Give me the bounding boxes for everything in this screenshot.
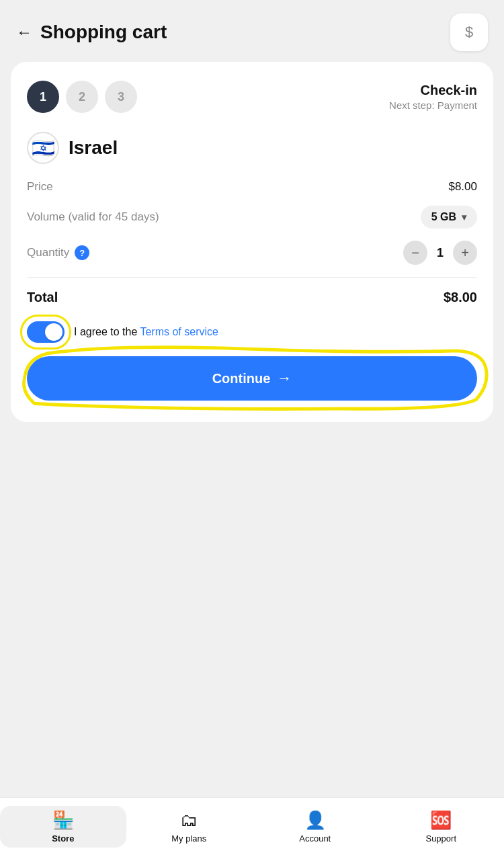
toggle-thumb <box>45 323 62 341</box>
nav-item-support[interactable]: 🆘 Support <box>378 806 505 848</box>
arrow-right-icon: → <box>277 370 292 387</box>
support-icon: 🆘 <box>430 810 452 831</box>
nav-label-account: Account <box>299 833 331 844</box>
continue-button[interactable]: Continue → <box>27 356 477 401</box>
step-2-circle: 2 <box>66 81 98 113</box>
continue-button-wrapper: Continue → <box>27 356 477 401</box>
nav-item-my-plans[interactable]: 🗂 My plans <box>126 806 253 848</box>
volume-row: Volume (valid for 45 days) 5 GB ▾ <box>27 206 477 229</box>
currency-button[interactable]: $ <box>450 13 488 51</box>
step-info: Check-in Next step: Payment <box>389 83 477 111</box>
total-row: Total $8.00 <box>27 290 477 305</box>
divider <box>27 277 477 278</box>
page-title: Shopping cart <box>40 22 167 43</box>
steps-row: 1 2 3 Check-in Next step: Payment <box>27 81 477 113</box>
price-value: $8.00 <box>448 180 477 194</box>
volume-selected-value: 5 GB <box>431 211 456 223</box>
header-left: ← Shopping cart <box>16 22 167 43</box>
terms-toggle[interactable] <box>27 321 65 343</box>
country-row: 🇮🇱 Israel <box>27 132 477 164</box>
nav-label-support: Support <box>425 833 456 844</box>
total-label: Total <box>27 290 58 305</box>
price-row: Price $8.00 <box>27 180 477 194</box>
quantity-help-icon[interactable]: ? <box>75 245 89 260</box>
volume-label: Volume (valid for 45 days) <box>27 210 159 224</box>
terms-prefix: I agree to the <box>74 326 140 337</box>
quantity-controls: − 1 + <box>403 241 477 265</box>
step-3-circle: 3 <box>105 81 137 113</box>
store-icon: 🏪 <box>52 810 74 831</box>
current-step-label: Check-in <box>389 83 477 98</box>
step-1-circle: 1 <box>27 81 59 113</box>
continue-label: Continue <box>212 371 271 386</box>
account-icon: 👤 <box>304 810 326 831</box>
quantity-decrease-button[interactable]: − <box>403 241 427 265</box>
terms-text: I agree to the Terms of service <box>74 326 218 338</box>
nav-label-store: Store <box>52 833 74 844</box>
country-flag: 🇮🇱 <box>27 132 59 164</box>
nav-spacer <box>0 433 504 493</box>
chevron-down-icon: ▾ <box>462 212 466 222</box>
total-value: $8.00 <box>444 290 477 305</box>
header: ← Shopping cart $ <box>0 0 504 62</box>
nav-item-account[interactable]: 👤 Account <box>252 806 378 848</box>
quantity-label-group: Quantity ? <box>27 245 89 260</box>
terms-of-service-link[interactable]: Terms of service <box>140 326 218 337</box>
quantity-increase-button[interactable]: + <box>453 241 477 265</box>
my-plans-icon: 🗂 <box>180 810 198 831</box>
quantity-value: 1 <box>437 246 444 260</box>
bottom-nav: 🏪 Store 🗂 My plans 👤 Account 🆘 Support <box>0 797 504 861</box>
nav-label-my-plans: My plans <box>171 833 206 844</box>
volume-dropdown[interactable]: 5 GB ▾ <box>421 206 477 229</box>
terms-row: I agree to the Terms of service <box>27 321 477 343</box>
quantity-row: Quantity ? − 1 + <box>27 241 477 265</box>
price-label: Price <box>27 180 53 194</box>
terms-toggle-wrapper <box>27 321 65 343</box>
steps-circles: 1 2 3 <box>27 81 137 113</box>
back-button[interactable]: ← <box>16 23 32 42</box>
nav-item-store[interactable]: 🏪 Store <box>0 806 126 848</box>
country-name: Israel <box>69 137 118 159</box>
quantity-label: Quantity <box>27 246 69 259</box>
shopping-cart-card: 1 2 3 Check-in Next step: Payment 🇮🇱 Isr… <box>11 62 493 422</box>
next-step-label: Next step: Payment <box>389 99 477 111</box>
